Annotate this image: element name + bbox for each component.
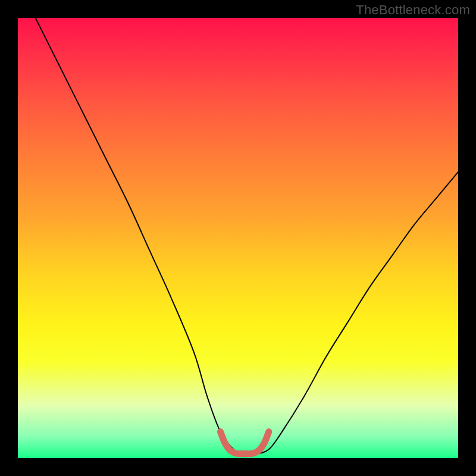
chart-svg bbox=[18, 18, 458, 458]
chart-frame: TheBottleneck.com bbox=[0, 0, 476, 476]
plot-area bbox=[18, 18, 458, 458]
optimal-zone bbox=[220, 432, 268, 454]
watermark-text: TheBottleneck.com bbox=[356, 2, 470, 18]
bottleneck-curve bbox=[36, 18, 458, 455]
